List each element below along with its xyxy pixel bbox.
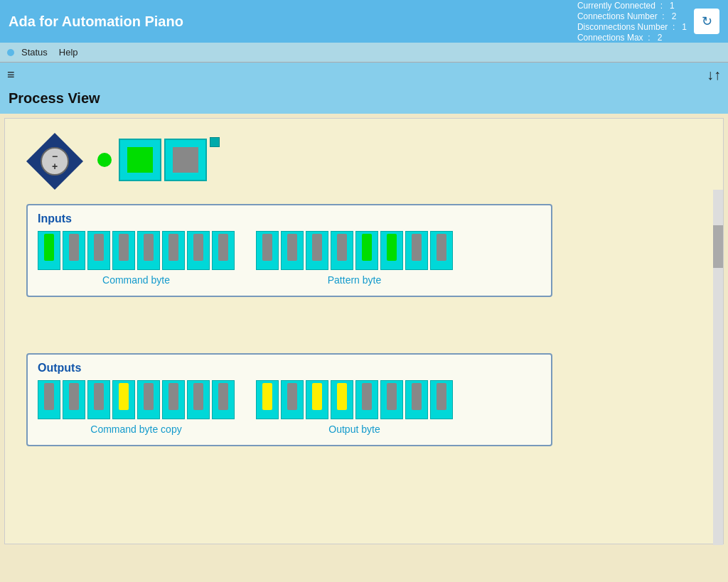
- square-indicators: [119, 139, 220, 181]
- pattern-byte-label: Pattern byte: [256, 274, 453, 286]
- command-byte-group: Command byte: [38, 231, 235, 286]
- bit-cell: [355, 380, 378, 419]
- hamburger-icon[interactable]: ≡: [7, 68, 15, 82]
- bit-cell: [430, 231, 453, 270]
- inner-gray-square: [173, 147, 198, 173]
- command-byte-label: Command byte: [38, 274, 235, 286]
- output-byte-bits: [256, 380, 453, 419]
- menu-item-status[interactable]: Status: [17, 45, 52, 59]
- bit-cell: [355, 231, 378, 270]
- bit-cell: [87, 380, 110, 419]
- bit-cell: [137, 380, 160, 419]
- inner-green-square: [127, 147, 153, 173]
- disconnections-number: Disconnections Number : 1: [577, 22, 687, 32]
- command-byte-copy-group: Command byte copy: [38, 380, 235, 435]
- bit-cell: [405, 231, 428, 270]
- connections-number: Connections Number : 2: [577, 11, 687, 21]
- outputs-section: Outputs Command byte copy Output byte: [26, 353, 552, 446]
- bit-cell: [187, 380, 210, 419]
- nav-widget[interactable]: − +: [26, 133, 83, 190]
- pattern-byte-bits: [256, 231, 453, 270]
- bit-cell: [38, 380, 60, 419]
- connection-info: Currently Connected : 1 Connections Numb…: [577, 0, 687, 43]
- bit-cell: [331, 380, 353, 419]
- bit-cell: [306, 231, 328, 270]
- command-byte-copy-bits: [38, 380, 235, 419]
- output-byte-group: Output byte: [256, 380, 453, 435]
- bit-cell: [380, 380, 403, 419]
- square-gray: [164, 139, 207, 181]
- outputs-byte-groups-row: Command byte copy Output byte: [38, 380, 541, 435]
- outputs-label: Outputs: [38, 362, 541, 374]
- inputs-label: Inputs: [38, 212, 541, 225]
- bit-cell: [63, 380, 85, 419]
- bit-cell: [331, 231, 353, 270]
- small-square-indicator: [210, 137, 220, 147]
- inputs-byte-groups-row: Command byte Pattern byte: [38, 231, 541, 286]
- output-byte-label: Output byte: [256, 424, 453, 435]
- bit-cell: [306, 380, 328, 419]
- bit-cell: [380, 231, 403, 270]
- bit-cell: [137, 231, 160, 270]
- inputs-section: Inputs Command byte Pattern byte: [26, 204, 552, 297]
- scrollbar[interactable]: [713, 190, 723, 545]
- sort-icon[interactable]: ↓↑: [707, 67, 721, 83]
- bit-cell: [281, 231, 304, 270]
- menu-dot: [7, 49, 14, 56]
- header-right: Currently Connected : 1 Connections Numb…: [577, 0, 719, 43]
- nav-inner-circle[interactable]: − +: [41, 147, 69, 176]
- bit-cell: [162, 380, 185, 419]
- nav-minus-icon: −: [52, 151, 58, 161]
- bit-cell: [112, 380, 135, 419]
- bit-cell: [256, 380, 279, 419]
- nav-diamond: − +: [26, 133, 83, 190]
- menubar: Status Help: [0, 43, 728, 63]
- app-header: Ada for Automation Piano Currently Conne…: [0, 0, 728, 43]
- refresh-button[interactable]: ↻: [694, 9, 719, 34]
- bit-cell: [63, 231, 85, 270]
- menu-item-help[interactable]: Help: [55, 45, 82, 59]
- scrollbar-thumb[interactable]: [713, 225, 723, 268]
- nav-plus-icon: +: [52, 161, 58, 171]
- connections-max: Connections Max : 2: [577, 33, 687, 43]
- command-byte-bits: [38, 231, 235, 270]
- page-title: Process View: [0, 87, 728, 114]
- pattern-byte-group: Pattern byte: [256, 231, 453, 286]
- bit-cell: [187, 231, 210, 270]
- command-byte-copy-label: Command byte copy: [38, 424, 235, 435]
- app-title: Ada for Automation Piano: [9, 14, 183, 30]
- bit-cell: [162, 231, 185, 270]
- square-green: [119, 139, 161, 181]
- bit-cell: [212, 380, 235, 419]
- main-content: − + Inputs Command byte: [4, 118, 724, 544]
- bit-cell: [112, 231, 135, 270]
- bit-cell: [281, 380, 304, 419]
- bit-cell: [38, 231, 60, 270]
- bit-cell: [405, 380, 428, 419]
- bit-cell: [212, 231, 235, 270]
- currently-connected: Currently Connected : 1: [577, 1, 687, 11]
- bit-cell: [430, 380, 453, 419]
- bit-cell: [256, 231, 279, 270]
- status-indicator: [97, 153, 112, 167]
- bit-cell: [87, 231, 110, 270]
- toolbar: ≡ ↓↑: [0, 63, 728, 87]
